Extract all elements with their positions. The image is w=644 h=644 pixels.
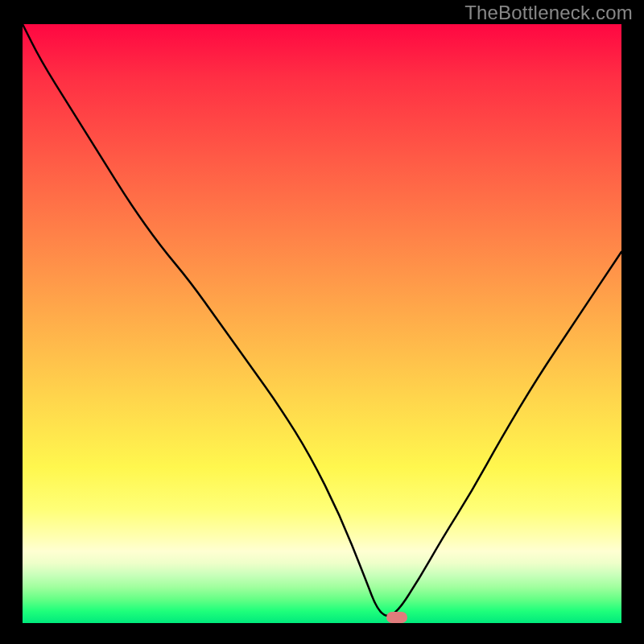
chart-frame: TheBottleneck.com: [0, 0, 644, 644]
plot-area: [23, 24, 621, 623]
bottleneck-curve: [23, 24, 621, 623]
optimum-marker: [386, 612, 407, 623]
watermark-label: TheBottleneck.com: [464, 2, 633, 24]
